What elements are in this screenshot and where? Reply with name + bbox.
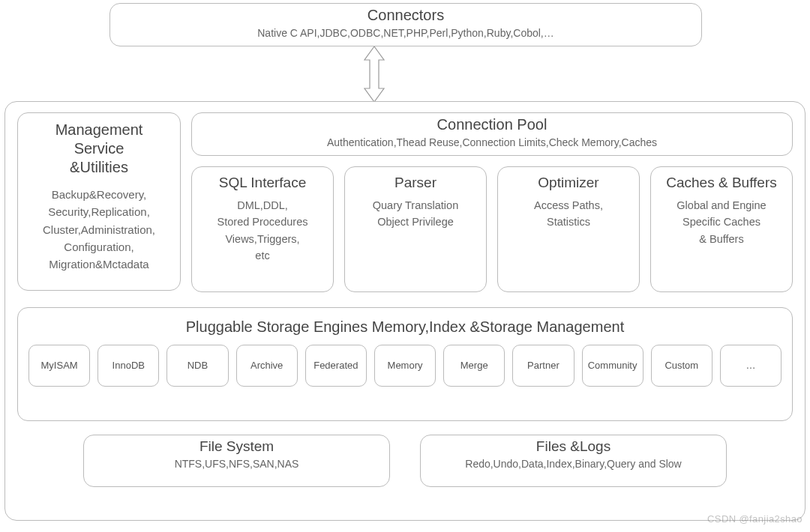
engine-community: Community — [582, 345, 644, 387]
engine-archive: Archive — [236, 345, 298, 387]
management-subtitle: Backup&Recovery, Security,Replication, C… — [24, 184, 174, 277]
engine-partner: Partner — [512, 345, 574, 387]
storage-engines-box: Pluggable Storage Engines Memory,Index &… — [17, 307, 793, 421]
engine-memory: Memory — [374, 345, 436, 387]
svg-marker-0 — [364, 46, 384, 102]
engine-row: MyISAM InnoDB NDB Archive Federated Memo… — [28, 345, 782, 387]
connectors-title: Connectors — [110, 4, 701, 24]
parser-title: Parser — [350, 170, 482, 196]
connectors-box: Connectors Native C API,JDBC,ODBC,NET,PH… — [110, 3, 702, 46]
engine-merge: Merge — [443, 345, 505, 387]
engine-ndb: NDB — [166, 345, 228, 387]
caches-buffers-subtitle: Global and Engine Specific Caches & Buff… — [656, 196, 788, 252]
parser-subtitle: Quary Translation Object Privilege — [350, 196, 482, 235]
sql-interface-title: SQL Interface — [196, 170, 328, 196]
top-row: Management Service &Utilities Backup&Rec… — [17, 112, 793, 292]
connection-pool-subtitle: Authentication,Thead Reuse,Connection Li… — [192, 133, 792, 155]
optimizer-box: Optimizer Access Paths, Statistics — [497, 166, 640, 292]
sql-interface-box: SQL Interface DML,DDL, Stored Procedures… — [191, 166, 334, 292]
files-logs-subtitle: Redo,Undo,Data,Index,Binary,Query and Sl… — [421, 455, 726, 477]
connection-pool-box: Connection Pool Authentication,Thead Reu… — [191, 112, 793, 156]
engine-innodb: InnoDB — [98, 345, 159, 387]
sql-interface-subtitle: DML,DDL, Stored Procedures Views,Trigger… — [196, 196, 328, 269]
engine-custom: Custom — [651, 345, 712, 387]
files-logs-title: Files &Logs — [421, 435, 726, 455]
connectors-subtitle: Native C API,JDBC,ODBC,NET,PHP,Perl,Pyth… — [110, 24, 701, 46]
watermark-text: CSDN @fanjia2shao — [707, 513, 802, 525]
parser-box: Parser Quary Translation Object Privileg… — [344, 166, 487, 292]
file-system-box: File System NTFS,UFS,NFS,SAN,NAS — [83, 435, 390, 487]
storage-engines-title: Pluggable Storage Engines Memory,Index &… — [28, 315, 782, 345]
optimizer-title: Optimizer — [502, 170, 634, 196]
files-logs-box: Files &Logs Redo,Undo,Data,Index,Binary,… — [420, 435, 727, 487]
file-system-title: File System — [84, 435, 389, 455]
engine-more: … — [720, 345, 782, 387]
caches-buffers-box: Caches & Buffers Global and Engine Speci… — [650, 166, 793, 292]
main-panel: Management Service &Utilities Backup&Rec… — [4, 101, 806, 521]
management-title: Management Service &Utilities — [24, 118, 174, 184]
management-box: Management Service &Utilities Backup&Rec… — [17, 112, 181, 291]
modules-row: SQL Interface DML,DDL, Stored Procedures… — [191, 166, 793, 292]
bidirectional-arrow-icon — [360, 46, 388, 102]
optimizer-subtitle: Access Paths, Statistics — [502, 196, 634, 235]
bottom-row: File System NTFS,UFS,NFS,SAN,NAS Files &… — [17, 435, 793, 487]
engine-federated: Federated — [305, 345, 367, 387]
connection-pool-title: Connection Pool — [192, 113, 792, 133]
right-column: Connection Pool Authentication,Thead Reu… — [191, 112, 793, 292]
file-system-subtitle: NTFS,UFS,NFS,SAN,NAS — [84, 455, 389, 477]
engine-myisam: MyISAM — [28, 345, 90, 387]
caches-buffers-title: Caches & Buffers — [656, 170, 788, 196]
